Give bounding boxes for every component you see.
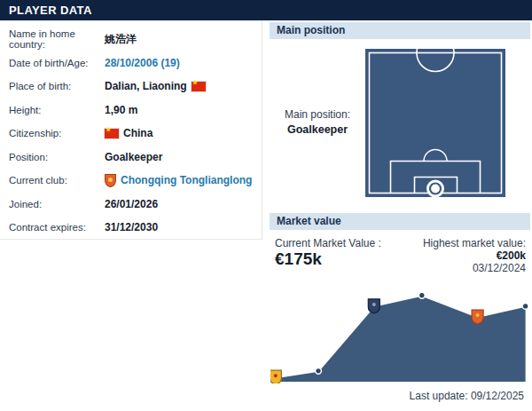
goalkeeper-position-marker	[426, 180, 444, 198]
china-flag-icon	[105, 129, 119, 138]
pitch-svg	[365, 49, 505, 197]
pitch-graphic	[365, 49, 505, 197]
row-label: Citizenship:	[9, 128, 105, 138]
row-value: 姚浩洋	[105, 32, 137, 47]
row-label: Date of birth/Age:	[9, 58, 105, 68]
club-crest-marker-detail	[476, 313, 480, 317]
row-citizenship: Citizenship: China	[0, 122, 262, 146]
current-market-value: €175k	[275, 249, 322, 269]
row-joined: Joined: 26/01/2026	[0, 193, 262, 217]
current-market-value-label: Current Market Value :	[275, 237, 381, 249]
row-value: 1,90 m	[105, 104, 137, 116]
chart-data-point[interactable]	[522, 303, 528, 309]
player-data-panel: Name in home country: 姚浩洋 Date of birth/…	[0, 20, 262, 240]
china-flag-icon	[192, 82, 206, 91]
row-label: Position:	[9, 152, 105, 162]
row-value: Dalian, Liaoning	[105, 80, 187, 92]
date-of-birth-link[interactable]: 28/10/2006 (19)	[105, 57, 180, 69]
row-place-of-birth: Place of birth: Dalian, Liaoning	[0, 75, 262, 99]
current-club-link[interactable]: Chongqing Tonglianglong	[121, 174, 252, 186]
row-current-club: Current club: Chongqing Tonglianglong	[0, 169, 262, 193]
player-data-header-bar: PLAYER DATA	[0, 0, 532, 20]
player-profile-page: PLAYER DATA Name in home country: 姚浩洋 Da…	[0, 0, 532, 411]
main-position-value: Goalkeeper	[273, 123, 362, 136]
row-label: Current club:	[9, 175, 105, 186]
market-value-chart[interactable]	[270, 280, 529, 383]
row-value: China	[123, 127, 153, 139]
row-label: Joined:	[9, 199, 105, 209]
main-position-label: Main position:	[273, 108, 362, 121]
main-position-panel: Main position: Goalkeeper	[270, 39, 530, 209]
club-crest-marker-orange[interactable]	[472, 310, 483, 324]
club-crest-marker-detail	[372, 303, 376, 306]
club-crest-marker-detail	[274, 374, 278, 377]
market-value-panel-header: Market value	[270, 213, 530, 230]
page-title: PLAYER DATA	[0, 4, 92, 18]
club-crest-icon[interactable]	[105, 174, 116, 187]
row-height: Height: 1,90 m	[0, 99, 262, 123]
market-value-panel: Current Market Value : €175k Highest mar…	[270, 230, 532, 411]
row-value: Goalkeeper	[105, 151, 162, 163]
chart-data-point[interactable]	[419, 292, 425, 298]
row-date-of-birth: Date of birth/Age: 28/10/2006 (19)	[0, 51, 262, 75]
row-value: 31/12/2030	[105, 221, 158, 233]
row-position: Position: Goalkeeper	[0, 146, 262, 170]
main-position-panel-header: Main position	[270, 22, 530, 39]
row-value: 26/01/2026	[105, 198, 158, 210]
highest-market-value-label: Highest market value:	[423, 237, 526, 249]
last-update-text: Last update: 09/12/2025	[410, 390, 524, 402]
row-label: Place of birth:	[9, 81, 105, 91]
chart-data-point[interactable]	[316, 368, 322, 374]
highest-market-value-date: 03/12/2024	[423, 262, 526, 274]
highest-market-value: €200k	[423, 249, 526, 262]
row-label: Contract expires:	[9, 222, 105, 233]
row-label: Height:	[9, 105, 105, 115]
row-contract-expires: Contract expires: 31/12/2030	[0, 216, 262, 240]
row-name-home-country: Name in home country: 姚浩洋	[0, 28, 262, 51]
row-label: Name in home country:	[9, 28, 105, 50]
chart-area-fill	[276, 296, 526, 382]
